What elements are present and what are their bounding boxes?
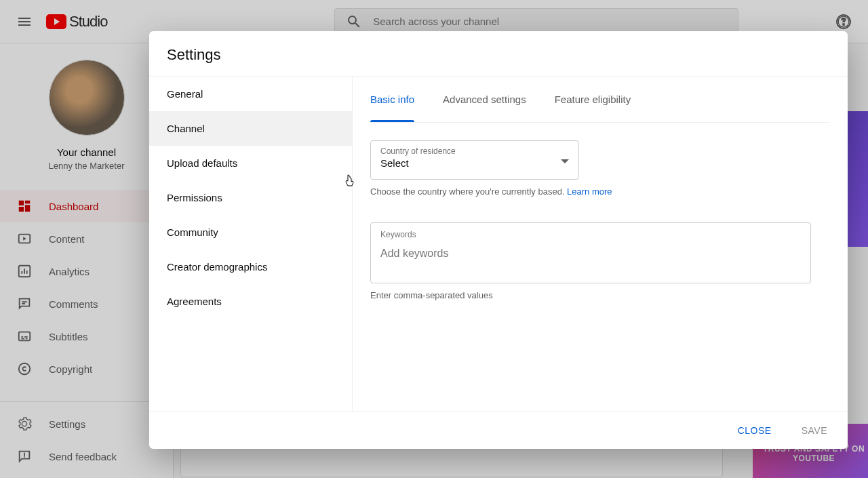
- settings-nav-label: Creator demographics: [167, 261, 267, 273]
- modal-sidebar: General Channel Upload defaults Permissi…: [149, 77, 353, 411]
- settings-nav-label: Upload defaults: [167, 157, 237, 169]
- settings-nav-creator-demographics[interactable]: Creator demographics: [149, 250, 352, 284]
- country-label: Country of residence: [380, 146, 569, 156]
- country-helper: Choose the country where you're currentl…: [370, 186, 830, 197]
- tab-label: Feature eligibility: [555, 94, 631, 105]
- close-button[interactable]: CLOSE: [731, 420, 778, 441]
- dropdown-arrow-icon: [561, 154, 569, 166]
- helper-text: Choose the country where you're currentl…: [370, 186, 567, 197]
- keywords-input[interactable]: [380, 247, 801, 260]
- tab-label: Basic info: [370, 94, 414, 105]
- country-value: Select: [380, 157, 569, 169]
- tab-basic-info[interactable]: Basic info: [370, 77, 414, 122]
- settings-nav-community[interactable]: Community: [149, 215, 352, 250]
- keywords-label: Keywords: [380, 230, 801, 239]
- settings-nav-channel[interactable]: Channel: [149, 111, 352, 146]
- country-select[interactable]: Country of residence Select: [370, 140, 579, 180]
- keywords-field[interactable]: Keywords: [370, 222, 811, 283]
- settings-nav-label: Channel: [167, 123, 205, 134]
- modal-title: Settings: [149, 31, 848, 76]
- settings-nav-agreements[interactable]: Agreements: [149, 284, 352, 319]
- tabs: Basic info Advanced settings Feature eli…: [370, 77, 830, 123]
- settings-nav-label: Permissions: [167, 192, 222, 203]
- settings-nav-general[interactable]: General: [149, 77, 352, 111]
- tab-feature-eligibility[interactable]: Feature eligibility: [555, 77, 631, 122]
- settings-nav-label: General: [167, 88, 203, 100]
- learn-more-link[interactable]: Learn more: [567, 186, 612, 197]
- tab-label: Advanced settings: [443, 94, 526, 105]
- tab-advanced-settings[interactable]: Advanced settings: [443, 77, 526, 122]
- keywords-helper: Enter comma-separated values: [370, 290, 830, 300]
- save-button[interactable]: SAVE: [795, 420, 834, 441]
- settings-nav-label: Agreements: [167, 296, 222, 307]
- modal-footer: CLOSE SAVE: [149, 411, 848, 449]
- settings-modal: Settings General Channel Upload defaults…: [149, 31, 848, 449]
- modal-content: Basic info Advanced settings Feature eli…: [353, 77, 848, 411]
- modal-body: General Channel Upload defaults Permissi…: [149, 76, 848, 411]
- settings-nav-upload-defaults[interactable]: Upload defaults: [149, 146, 352, 180]
- settings-nav-label: Community: [167, 226, 218, 238]
- settings-nav-permissions[interactable]: Permissions: [149, 180, 352, 215]
